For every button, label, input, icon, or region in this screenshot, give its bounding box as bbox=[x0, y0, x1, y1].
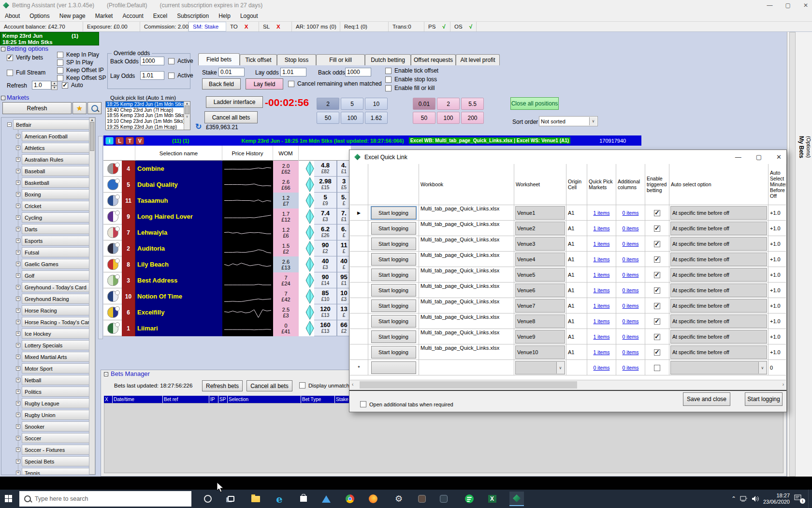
tree-node-rugby-union[interactable]: Rugby Union bbox=[22, 410, 89, 420]
dialog-close-icon[interactable]: ✕ bbox=[776, 153, 782, 161]
app-1-icon[interactable] bbox=[415, 492, 429, 506]
auto-select-option-select[interactable]: At specific time before off bbox=[670, 268, 767, 282]
tree-expand-icon[interactable]: + bbox=[16, 308, 20, 313]
my-bets-tab[interactable]: My Bets bbox=[798, 136, 805, 158]
market-search-icon[interactable] bbox=[87, 102, 102, 114]
firefox-icon[interactable] bbox=[366, 492, 380, 506]
file-explorer-icon[interactable] bbox=[248, 492, 263, 506]
tab-tick-offset[interactable]: Tick offset bbox=[240, 54, 277, 65]
hedge-diamond-icon[interactable] bbox=[305, 224, 314, 240]
back-stake-button-50[interactable]: 50 bbox=[317, 112, 339, 124]
tree-node-soccer[interactable]: Soccer bbox=[22, 433, 89, 443]
tree-expand-icon[interactable]: + bbox=[16, 355, 20, 359]
show-desktop-button[interactable] bbox=[808, 490, 810, 508]
cancel-remaining-checkbox[interactable]: Cancel remaining when matched bbox=[288, 80, 382, 87]
tree-expand-icon[interactable]: + bbox=[16, 285, 20, 289]
start-logging-button[interactable]: Start logging bbox=[371, 346, 416, 359]
refresh-matched-icon[interactable]: ↻ bbox=[195, 122, 202, 131]
quick-pick-markets-link[interactable]: 1 items bbox=[594, 272, 610, 278]
selection-name[interactable]: Auditoria bbox=[135, 240, 222, 256]
tree-node-politics[interactable]: Politics bbox=[22, 387, 89, 397]
menu-item-excel[interactable]: Excel bbox=[148, 11, 172, 21]
tree-node-greyhound-today-s-card[interactable]: Greyhound - Today's Card bbox=[22, 282, 89, 292]
maximize-icon[interactable]: ▢ bbox=[785, 2, 791, 9]
markets-scrollbar[interactable]: ▲ bbox=[89, 118, 95, 475]
worksheet-select[interactable]: Venue6 bbox=[515, 284, 565, 297]
tree-expand-icon[interactable]: + bbox=[16, 250, 20, 254]
cancel-all-bets-button[interactable]: Cancel all bets bbox=[204, 111, 258, 123]
quick-pick-item[interactable]: 18:25 Kemp 23rd Jun (1m Mdn Stks) bbox=[106, 102, 184, 107]
hedge-diamond-icon[interactable] bbox=[305, 177, 314, 193]
quick-pick-item[interactable]: 19:25 Kemp 23rd Jun (1m Hcap) bbox=[106, 124, 184, 130]
settings-icon[interactable]: ⚙ bbox=[392, 492, 406, 506]
quick-pick-markets-link[interactable]: 1 items bbox=[594, 225, 610, 231]
additional-columns-link[interactable]: 0 items bbox=[623, 225, 639, 231]
override-back-active-checkbox[interactable]: Active bbox=[168, 58, 193, 64]
tree-expand-icon[interactable]: + bbox=[16, 273, 20, 278]
menu-item-market[interactable]: Market bbox=[90, 11, 118, 21]
tree-node-boxing[interactable]: Boxing bbox=[22, 189, 89, 199]
back-stake-button-2[interactable]: 2 bbox=[317, 98, 339, 110]
tree-expand-icon[interactable]: + bbox=[16, 262, 20, 266]
tree-expand-icon[interactable]: + bbox=[16, 343, 20, 347]
tree-node-netball[interactable]: Netball bbox=[22, 375, 89, 385]
tree-node-horse-racing[interactable]: Horse Racing bbox=[22, 305, 89, 315]
save-and-close-button[interactable]: Save and close bbox=[683, 392, 730, 406]
back-odds-cell[interactable]: 160£13 bbox=[314, 320, 337, 336]
tree-node-rugby-league[interactable]: Rugby League bbox=[22, 398, 89, 408]
start-logging-button[interactable]: Start logging bbox=[371, 207, 416, 219]
selection-name[interactable]: Excelfilly bbox=[135, 304, 222, 320]
additional-columns-link[interactable]: 0 items bbox=[623, 287, 639, 293]
auto-select-option-select[interactable]: At specific time before off bbox=[670, 222, 767, 235]
additional-columns-link[interactable]: 0 items bbox=[623, 272, 639, 278]
back-odds-cell[interactable]: 40£3 bbox=[314, 256, 337, 272]
favorites-star-icon[interactable]: ★ bbox=[72, 102, 87, 114]
close-all-positions-button[interactable]: Close all positions bbox=[510, 97, 559, 110]
additional-columns-link[interactable]: 0 items bbox=[623, 334, 639, 340]
back-odds-cell[interactable]: 7.4£3 bbox=[314, 209, 337, 224]
enable-betting-checkbox[interactable] bbox=[654, 287, 660, 294]
keep-offset-ip-checkbox[interactable]: Keep Offset IP bbox=[57, 67, 104, 74]
override-lay-odds-input[interactable]: 1.01 bbox=[140, 71, 164, 80]
quick-pick-scrollbar[interactable]: ▲∨ bbox=[184, 102, 190, 130]
markets-refresh-button[interactable]: Refresh bbox=[2, 102, 72, 114]
back-odds-cell[interactable]: 5£9 bbox=[314, 193, 337, 209]
hedge-diamond-icon[interactable] bbox=[305, 288, 314, 304]
tree-expand-icon[interactable]: + bbox=[16, 192, 20, 196]
ladder-interface-button[interactable]: Ladder interface bbox=[206, 96, 263, 108]
open-additional-tabs-checkbox[interactable]: Open additional tabs when required bbox=[360, 401, 453, 407]
enable-betting-checkbox[interactable] bbox=[654, 256, 660, 263]
tree-node-futsal[interactable]: Futsal bbox=[22, 247, 89, 257]
taskbar-clock[interactable]: 18:27 23/06/2020 bbox=[763, 493, 790, 505]
worksheet-select[interactable]: Venue7 bbox=[515, 299, 565, 313]
tree-node-soccer-fixtures[interactable]: Soccer - Fixtures bbox=[22, 445, 89, 455]
tree-node-australian-rules[interactable]: Australian Rules bbox=[22, 154, 89, 164]
enable-stop-loss-checkbox[interactable]: Enable stop loss bbox=[385, 76, 437, 83]
tree-node-cycling[interactable]: Cycling bbox=[22, 212, 89, 223]
start-logging-button[interactable]: Start logging bbox=[371, 299, 416, 312]
close-icon[interactable]: ✕ bbox=[803, 2, 808, 9]
selection-name[interactable]: Combine bbox=[135, 161, 222, 177]
action-center-icon[interactable]: 1 bbox=[794, 494, 804, 504]
tree-node-gaelic-games[interactable]: Gaelic Games bbox=[22, 259, 89, 269]
auto-select-option-select[interactable]: At specific time before off bbox=[670, 299, 767, 313]
menu-item-subscription[interactable]: Subscription bbox=[172, 11, 214, 21]
quick-pick-markets-link[interactable]: 1 items bbox=[594, 287, 610, 293]
back-stake-button-10[interactable]: 10 bbox=[365, 98, 388, 110]
quick-pick-list[interactable]: ▲∨ 18:25 Kemp 23rd Jun (1m Mdn Stks)18:4… bbox=[105, 101, 190, 130]
worksheet-select[interactable]: ∨ bbox=[515, 361, 565, 374]
back-odds-cell[interactable]: 90£14 bbox=[314, 272, 337, 288]
tree-node-special-bets[interactable]: Special Bets bbox=[22, 456, 89, 466]
tree-expand-icon[interactable]: + bbox=[16, 134, 20, 138]
start-logging-button[interactable]: Start logging bbox=[371, 330, 416, 343]
tree-node-esports[interactable]: Esports bbox=[22, 236, 89, 246]
tree-expand-icon[interactable]: + bbox=[16, 471, 20, 475]
start-logging-button[interactable]: Start logging bbox=[371, 269, 416, 281]
dialog-maximize-icon[interactable]: ▢ bbox=[756, 153, 762, 161]
auto-refresh-checkbox[interactable]: Auto bbox=[62, 82, 83, 89]
quick-pick-markets-link[interactable]: 1 items bbox=[594, 303, 610, 309]
enable-betting-checkbox[interactable] bbox=[654, 365, 660, 371]
lay-field-button[interactable]: Lay field bbox=[246, 78, 283, 90]
quick-pick-item[interactable]: 19:10 Chep 23rd Jun (1m Mdn Stks) bbox=[106, 119, 184, 124]
worksheet-select[interactable]: Venue10 bbox=[515, 345, 565, 359]
